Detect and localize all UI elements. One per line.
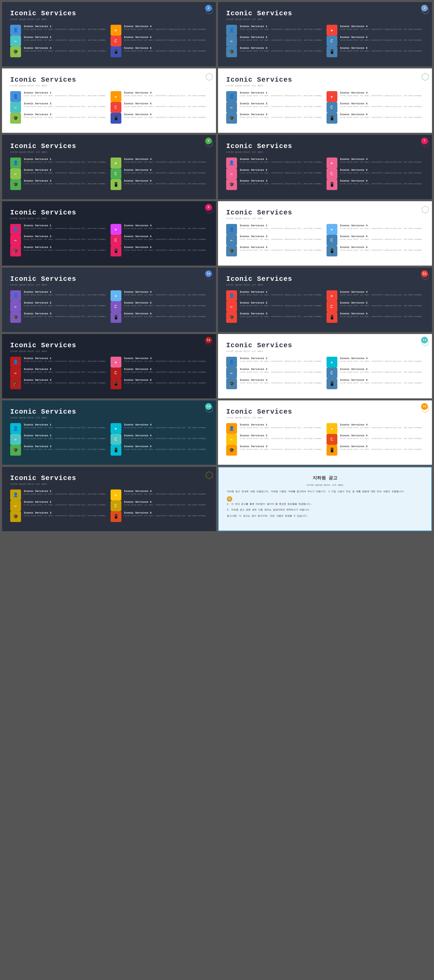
slide-title: Iconic Services [10, 76, 208, 84]
service-desc: Lorem ipsum dolor sit amet, consectetur … [24, 238, 108, 241]
service-item: ★ Iconic Services 4 Lorem ipsum dolor si… [110, 158, 208, 169]
slide-title: Iconic Services [10, 342, 208, 349]
service-icon-box: 📱 [327, 312, 337, 323]
service-desc: Lorem ipsum dolor sit amet, consectetur … [24, 249, 108, 252]
service-text: Iconic Services 6 Lorem ipsum dolor sit … [124, 179, 208, 185]
service-text: Iconic Services 5 Lorem ipsum dolor sit … [340, 368, 424, 374]
ad-content: 지하원 공고 안내에 대한 내용입니다. 자세한 사항은 아래를 참고하여 주시… [227, 490, 423, 518]
service-icon-box: ★ [110, 224, 121, 235]
service-item: ★ Iconic Services 4 Lorem ipsum dolor si… [110, 224, 208, 235]
service-text: Iconic Services 3 Lorem ipsum dolor sit … [24, 379, 108, 385]
service-item: 🎓 Iconic Services 3 Lorem ipsum dolor si… [10, 312, 108, 323]
service-desc: Lorem ipsum dolor sit amet, consectetur … [340, 105, 424, 108]
services-grid: 👤 Iconic Services 1 Lorem ipsum dolor si… [226, 224, 424, 256]
slide-subtitle: Lorem ipsum dolor sit amet [226, 283, 424, 286]
service-icon: ★ [115, 293, 117, 298]
service-icon-box: ★ [327, 25, 337, 35]
service-name: Iconic Services 5 [124, 235, 208, 238]
service-icon-box: ★ [327, 357, 337, 368]
service-item: ✏️ Iconic Services 2 Lorem ipsum dolor s… [226, 434, 324, 445]
service-icon: C [330, 371, 333, 375]
service-item: 🎓 Iconic Services 3 Lorem ipsum dolor si… [10, 179, 108, 190]
service-text: Iconic Services 4 Lorem ipsum dolor sit … [340, 423, 424, 429]
service-desc: Lorem ipsum dolor sit amet, consectetur … [24, 172, 108, 175]
service-icon-box: ★ [110, 357, 121, 368]
service-icon: 📱 [113, 447, 119, 453]
service-item: C Iconic Services 5 Lorem ipsum dolor si… [327, 35, 424, 46]
service-item: ★ Iconic Services 4 Lorem ipsum dolor si… [327, 290, 424, 301]
service-icon-box: ✏️ [226, 102, 237, 113]
service-text: Iconic Services 5 Lorem ipsum dolor sit … [124, 235, 208, 241]
service-item: 📱 Iconic Services 6 Lorem ipsum dolor si… [110, 246, 208, 256]
service-icon-box: ★ [110, 158, 121, 169]
service-item: 📱 Iconic Services 6 Lorem ipsum dolor si… [327, 246, 424, 256]
service-item: ★ Iconic Services 4 Lorem ipsum dolor si… [327, 357, 424, 368]
service-text: Iconic Services 6 Lorem ipsum dolor sit … [340, 46, 424, 52]
service-desc: Lorem ipsum dolor sit amet, consectetur … [24, 105, 108, 108]
service-desc: Lorem ipsum dolor sit amet, consectetur … [240, 39, 324, 42]
services-grid: 👤 Iconic Services 1 Lorem ipsum dolor si… [226, 290, 424, 323]
service-icon-box: ✏️ [226, 235, 237, 246]
ad-subtitle: Lorem ipsum dolor sit amet [227, 484, 423, 487]
services-grid: 👤 Iconic Services 1 Lorem ipsum dolor si… [10, 357, 208, 389]
service-desc: Lorem ipsum dolor sit amet, consectetur … [340, 448, 424, 451]
service-icon: C [115, 304, 117, 309]
services-left: 👤 Iconic Services 1 Lorem ipsum dolor si… [10, 490, 108, 522]
service-name: Iconic Services 1 [24, 25, 108, 28]
service-name: Iconic Services 6 [340, 179, 424, 182]
service-icon-box: 🎓 [226, 379, 237, 389]
service-text: Iconic Services 6 Lorem ipsum dolor sit … [124, 511, 208, 517]
service-desc: Lorem ipsum dolor sit amet, consectetur … [340, 238, 424, 241]
service-item: 👤 Iconic Services 1 Lorem ipsum dolor si… [10, 490, 108, 500]
service-text: Iconic Services 4 Lorem ipsum dolor sit … [124, 423, 208, 429]
service-icon: ✏️ [230, 370, 233, 375]
slide-6: 7 ⬡ Iconic Services Lorem ipsum dolor si… [218, 135, 432, 199]
service-item: ✏️ Iconic Services 2 Lorem ipsum dolor s… [10, 35, 108, 46]
slide-10: 11 ⬡ Iconic Services Lorem ipsum dolor s… [218, 267, 432, 332]
service-name: Iconic Services 4 [340, 158, 424, 161]
service-name: Iconic Services 4 [340, 224, 424, 227]
service-icon: 🎓 [13, 116, 18, 121]
service-name: Iconic Services 5 [340, 235, 424, 238]
service-text: Iconic Services 2 Lorem ipsum dolor sit … [240, 301, 324, 307]
services-left: 👤 Iconic Services 1 Lorem ipsum dolor si… [226, 290, 324, 323]
deco-icon: ⬡ [205, 204, 213, 215]
service-name: Iconic Services 1 [24, 490, 108, 493]
service-text: Iconic Services 4 Lorem ipsum dolor sit … [340, 91, 424, 97]
service-item: C Iconic Services 5 Lorem ipsum dolor si… [327, 102, 424, 113]
service-desc: Lorem ipsum dolor sit amet, consectetur … [340, 304, 424, 307]
service-desc: Lorem ipsum dolor sit amet, consectetur … [124, 50, 208, 52]
service-item: ✏️ Iconic Services 2 Lorem ipsum dolor s… [10, 434, 108, 445]
service-icon-box: ★ [327, 423, 337, 434]
service-text: Iconic Services 3 Lorem ipsum dolor sit … [240, 312, 324, 318]
service-icon-box: C [110, 368, 121, 379]
service-name: Iconic Services 2 [240, 368, 324, 371]
service-desc: Lorem ipsum dolor sit amet, consectetur … [340, 426, 424, 429]
service-item: 🎓 Iconic Services 3 Lorem ipsum dolor si… [10, 511, 108, 522]
service-text: Iconic Services 3 Lorem ipsum dolor sit … [24, 46, 108, 52]
service-desc: Lorem ipsum dolor sit amet, consectetur … [24, 360, 108, 363]
service-text: Iconic Services 6 Lorem ipsum dolor sit … [124, 312, 208, 318]
services-left: 👤 Iconic Services 1 Lorem ipsum dolor si… [10, 224, 108, 256]
service-item: ✏️ Iconic Services 2 Lorem ipsum dolor s… [226, 368, 324, 379]
service-icon: ★ [330, 426, 333, 431]
service-desc: Lorem ipsum dolor sit amet, consectetur … [124, 360, 208, 363]
service-name: Iconic Services 1 [240, 224, 324, 227]
service-icon: 🎓 [13, 248, 18, 254]
service-icon-box: 👤 [226, 25, 237, 35]
services-right: ★ Iconic Services 4 Lorem ipsum dolor si… [110, 91, 208, 124]
deco-icon: ⬡ [205, 403, 213, 415]
service-icon: 👤 [229, 426, 234, 431]
service-text: Iconic Services 1 Lorem ipsum dolor sit … [240, 91, 324, 97]
slide-title: Iconic Services [226, 10, 424, 17]
services-left: 👤 Iconic Services 1 Lorem ipsum dolor si… [10, 357, 108, 389]
service-item: 📱 Iconic Services 6 Lorem ipsum dolor si… [110, 445, 208, 456]
services-right: ★ Iconic Services 4 Lorem ipsum dolor si… [110, 290, 208, 323]
service-icon-box: 📱 [110, 113, 121, 124]
service-text: Iconic Services 1 Lorem ipsum dolor sit … [240, 224, 324, 230]
service-icon-box: 👤 [226, 290, 237, 301]
service-desc: Lorem ipsum dolor sit amet, consectetur … [340, 382, 424, 385]
service-icon-box: 📱 [327, 179, 337, 190]
service-item: 👤 Iconic Services 1 Lorem ipsum dolor si… [226, 290, 324, 301]
services-grid: 👤 Iconic Services 1 Lorem ipsum dolor si… [226, 25, 424, 57]
